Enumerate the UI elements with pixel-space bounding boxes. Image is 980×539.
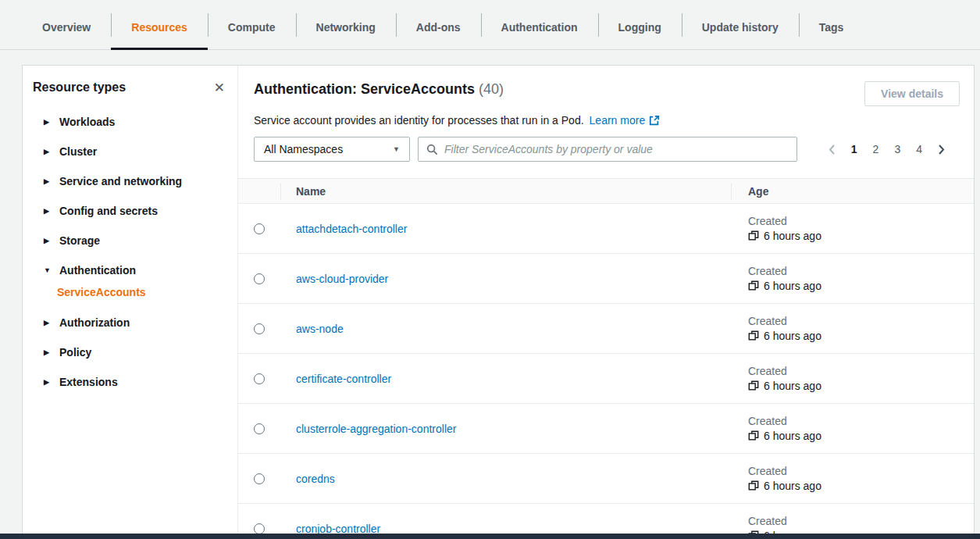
row-select-radio[interactable] (254, 323, 265, 334)
copy-icon[interactable] (748, 330, 759, 341)
row-select-radio[interactable] (254, 223, 265, 234)
created-label: Created (748, 415, 974, 427)
name-cell: certificate-controller (280, 372, 731, 386)
main-content: Authentication: ServiceAccounts(40) View… (238, 66, 974, 539)
service-account-link[interactable]: clusterrole-aggregation-controller (296, 423, 456, 435)
age-value: 6 hours ago (764, 480, 821, 492)
tab-bar: OverviewResourcesComputeNetworkingAdd-on… (0, 0, 980, 50)
sidebar-item-authentication[interactable]: ▼Authentication (23, 255, 237, 285)
created-label: Created (748, 315, 974, 327)
sidebar-item-storage[interactable]: ▶Storage (23, 226, 237, 255)
resource-types-panel: Resource types ✕ ▶Workloads▶Cluster▶Serv… (23, 66, 238, 539)
sidebar-item-label: Cluster (59, 145, 97, 158)
age-cell: Created6 hours ago (748, 365, 974, 392)
row-select-radio[interactable] (254, 473, 265, 484)
learn-more-link[interactable]: Learn more (590, 114, 661, 127)
copy-icon[interactable] (748, 280, 759, 291)
page-3[interactable]: 3 (889, 141, 905, 158)
table-row: certificate-controllerCreated6 hours ago (238, 354, 974, 404)
created-label: Created (748, 265, 974, 277)
service-account-link[interactable]: coredns (296, 473, 335, 485)
result-count: (40) (479, 81, 504, 97)
service-account-link[interactable]: aws-node (296, 323, 344, 335)
resource-panel-title: Resource types (33, 80, 126, 95)
selection-cell (238, 273, 280, 284)
tab-update-history[interactable]: Update history (682, 0, 799, 49)
column-header-age[interactable]: Age (731, 185, 974, 198)
tab-tags[interactable]: Tags (799, 0, 864, 49)
row-select-radio[interactable] (254, 373, 265, 384)
sidebar-subitem-serviceaccounts[interactable]: ServiceAccounts (23, 285, 237, 308)
page-2[interactable]: 2 (868, 141, 884, 158)
name-cell: aws-cloud-provider (280, 272, 731, 286)
tab-compute[interactable]: Compute (208, 0, 296, 49)
table-row: clusterrole-aggregation-controllerCreate… (238, 404, 974, 454)
sidebar-item-cluster[interactable]: ▶Cluster (23, 137, 237, 166)
sidebar-item-extensions[interactable]: ▶Extensions (23, 367, 237, 397)
table-row: corednsCreated6 hours ago (238, 454, 974, 504)
tab-add-ons[interactable]: Add-ons (396, 0, 481, 49)
triangle-right-icon: ▶ (44, 378, 52, 386)
table-header-section: Authentication: ServiceAccounts(40) View… (238, 66, 974, 162)
row-select-radio[interactable] (254, 523, 265, 534)
namespace-select[interactable]: All Namespaces ▼ (254, 137, 410, 162)
sidebar-item-config-and-secrets[interactable]: ▶Config and secrets (23, 196, 237, 226)
age-cell-wrapper: Created6 hours ago (731, 215, 974, 242)
age-cell-wrapper: Created6 hours ago (731, 465, 974, 492)
age-cell: Created6 hours ago (748, 465, 974, 492)
service-account-link[interactable]: aws-cloud-provider (296, 273, 388, 285)
next-page-icon[interactable] (933, 141, 949, 158)
created-label: Created (748, 465, 974, 477)
tab-overview[interactable]: Overview (22, 0, 111, 49)
triangle-right-icon: ▶ (44, 148, 52, 155)
sidebar-item-label: Workloads (59, 116, 115, 128)
column-header-name[interactable]: Name (280, 185, 731, 198)
selection-cell (238, 373, 280, 384)
page-1[interactable]: 1 (846, 141, 862, 158)
created-label: Created (748, 215, 974, 227)
service-account-link[interactable]: certificate-controller (296, 373, 391, 385)
selection-cell (238, 423, 280, 434)
sidebar-item-service-and-networking[interactable]: ▶Service and networking (23, 166, 237, 196)
row-select-radio[interactable] (254, 273, 265, 284)
name-cell: coredns (280, 472, 731, 486)
name-cell: attachdetach-controller (280, 222, 731, 236)
view-details-button[interactable]: View details (864, 81, 960, 106)
description-text: Service account provides an identity for… (254, 114, 584, 127)
resource-type-tree: ▶Workloads▶Cluster▶Service and networkin… (23, 107, 237, 397)
selection-cell (238, 523, 280, 534)
resource-panel-header: Resource types ✕ (23, 80, 237, 95)
selection-cell (238, 223, 280, 234)
age-line: 6 hours ago (748, 330, 974, 342)
tab-authentication[interactable]: Authentication (481, 0, 598, 49)
sidebar-item-workloads[interactable]: ▶Workloads (23, 107, 237, 137)
age-value: 6 hours ago (764, 380, 821, 392)
content-panel: Resource types ✕ ▶Workloads▶Cluster▶Serv… (22, 65, 975, 539)
tab-logging[interactable]: Logging (598, 0, 682, 49)
close-icon[interactable]: ✕ (214, 81, 225, 95)
previous-page-icon (825, 141, 840, 158)
age-line: 6 hours ago (748, 280, 974, 292)
age-cell-wrapper: Created6 hours ago (731, 265, 974, 292)
sidebar-item-policy[interactable]: ▶Policy (23, 337, 237, 367)
copy-icon[interactable] (748, 480, 759, 491)
page-4[interactable]: 4 (911, 141, 927, 158)
copy-icon[interactable] (748, 230, 759, 241)
service-accounts-table: Name Age attachdetach-controllerCreated6… (238, 178, 974, 539)
tab-resources[interactable]: Resources (111, 0, 208, 49)
copy-icon[interactable] (748, 380, 759, 391)
age-value: 6 hours ago (764, 330, 821, 342)
tab-networking[interactable]: Networking (296, 0, 396, 49)
row-select-radio[interactable] (254, 423, 265, 434)
copy-icon[interactable] (748, 430, 759, 441)
age-cell-wrapper: Created6 hours ago (731, 365, 974, 392)
filter-input-wrapper (418, 137, 797, 162)
chevron-down-icon: ▼ (393, 145, 400, 153)
sidebar-item-authorization[interactable]: ▶Authorization (23, 308, 237, 337)
age-line: 6 hours ago (748, 430, 974, 442)
title-group: Authentication: ServiceAccounts(40) (254, 81, 504, 98)
created-label: Created (748, 365, 974, 377)
filter-input[interactable] (444, 143, 789, 155)
age-cell-wrapper: Created6 hours ago (731, 415, 974, 442)
service-account-link[interactable]: attachdetach-controller (296, 223, 407, 235)
